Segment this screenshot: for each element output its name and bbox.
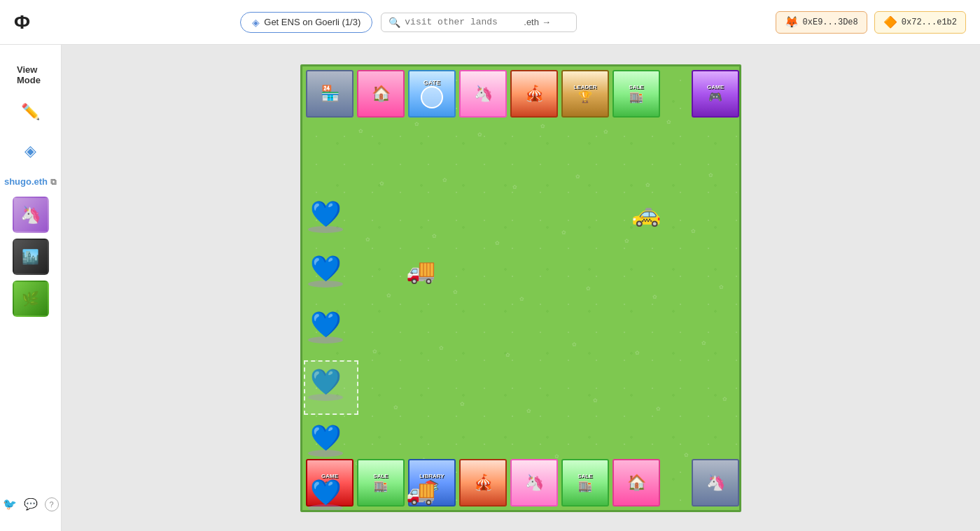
svg-text:✿: ✿ [652, 294, 657, 300]
building-pink-house[interactable]: 🏠 [357, 70, 405, 118]
help-icon[interactable]: ? [45, 497, 59, 511]
svg-text:✿: ✿ [379, 180, 384, 187]
vehicle-truck-2: 🚚 [406, 478, 435, 506]
svg-text:✿: ✿ [358, 128, 363, 134]
thumb-dark[interactable]: 🏙️ [13, 239, 49, 275]
sidebar-bottom: 🐦 💬 ? [0, 489, 67, 520]
heart-deco-1: 💜 [308, 199, 343, 233]
sidebar: View Mode ✏️ ◈ shugo.eth ⧉ 🦄 🏙️ 🌿 🐦 💬 ? [0, 45, 62, 531]
svg-text:✿: ✿ [519, 296, 524, 302]
svg-text:✿: ✿ [386, 292, 391, 299]
eth-suffix: .eth [524, 17, 539, 27]
svg-text:✿: ✿ [722, 396, 727, 402]
search-bar[interactable]: 🔍 .eth → [381, 13, 577, 32]
search-input[interactable] [405, 17, 517, 27]
heart-deco-6: 💜 [308, 478, 343, 511]
vehicle-truck-1: 🚚 [406, 257, 435, 285]
ens-button-label: Get ENS on Goerli (1/3) [264, 17, 360, 27]
wallet2-address: 0x72...e1b2 [902, 17, 957, 27]
svg-text:✿: ✿ [477, 132, 482, 138]
svg-text:✿: ✿ [439, 345, 444, 351]
heart-deco-4: 💜 [308, 367, 343, 401]
header-right: 🦊 0xE9...3De8 🔶 0x72...e1b2 [776, 11, 966, 34]
ens-button-icon: ◈ [252, 17, 260, 28]
arrow-icon: → [542, 17, 551, 27]
svg-text:✿: ✿ [645, 182, 650, 188]
building-unicorn-stand[interactable]: 🦄 [459, 70, 507, 118]
svg-text:✿: ✿ [701, 340, 706, 346]
building-store-leaderboard[interactable]: LEADER 🏆 [561, 70, 609, 118]
building-tent[interactable]: 🎪 [510, 70, 558, 118]
svg-text:✿: ✿ [512, 184, 517, 190]
search-icon: 🔍 [388, 17, 400, 28]
edit-button[interactable]: ✏️ [15, 97, 46, 127]
svg-text:✿: ✿ [603, 129, 608, 135]
heart-deco-2: 💜 [308, 254, 343, 288]
building-game-top[interactable]: GAME 🎮 [692, 70, 739, 118]
get-ens-button[interactable]: ◈ Get ENS on Goerli (1/3) [240, 12, 372, 33]
heart-deco-3: 💜 [308, 310, 343, 344]
building-sale[interactable]: SALE 🏬 [612, 70, 660, 118]
svg-text:✿: ✿ [460, 401, 465, 407]
building-sale-bottom[interactable]: SALE 🏬 [357, 459, 405, 507]
sidebar-thumbnails: 🦄 🏙️ 🌿 [0, 197, 61, 317]
thumb-unicorn[interactable]: 🦄 [13, 197, 49, 233]
building-sale-bottom2[interactable]: SALE 🏬 [561, 459, 609, 507]
header-center: ◈ Get ENS on Goerli (1/3) 🔍 .eth → [240, 12, 577, 33]
svg-text:✿: ✿ [372, 348, 377, 355]
game-grid[interactable]: ✿✿✿ ✿✿✿ ✿✿✿ ✿✿✿ ✿✿✿ ✿✿✿ ✿✿✿ ✿✿✿ ✿✿✿ ✿✿✿ … [300, 64, 741, 512]
svg-text:✿: ✿ [624, 238, 629, 244]
svg-text:✿: ✿ [505, 352, 510, 358]
wallet2-badge[interactable]: 🔶 0x72...e1b2 [874, 11, 966, 34]
svg-text:✿: ✿ [719, 284, 724, 290]
diamond-button[interactable]: ◈ [15, 136, 46, 167]
ens-name-text: shugo.eth [4, 176, 48, 187]
wallet1-badge[interactable]: 🦊 0xE9...3De8 [776, 11, 867, 34]
svg-text:✿: ✿ [365, 236, 370, 243]
svg-text:✿: ✿ [684, 452, 689, 458]
sidebar-top: View Mode [0, 56, 61, 88]
svg-text:✿: ✿ [453, 289, 458, 295]
copy-icon[interactable]: ⧉ [50, 177, 57, 187]
fox-icon: 🦊 [785, 15, 799, 29]
header: Φ ◈ Get ENS on Goerli (1/3) 🔍 .eth → 🦊 0… [0, 0, 980, 45]
building-tent-bottom[interactable]: 🎪 [459, 459, 507, 507]
vehicle-taxi-1: 🚕 [631, 199, 661, 227]
logo[interactable]: Φ [14, 11, 42, 34]
svg-text:✿: ✿ [442, 177, 447, 183]
building-pink-house-bottom[interactable]: 🏠 [612, 459, 660, 507]
svg-text:✿: ✿ [635, 350, 640, 356]
svg-text:✿: ✿ [666, 119, 671, 125]
grass-texture: ✿✿✿ ✿✿✿ ✿✿✿ ✿✿✿ ✿✿✿ ✿✿✿ ✿✿✿ ✿✿✿ ✿✿✿ ✿✿✿ … [302, 66, 739, 510]
svg-text:✿: ✿ [572, 341, 577, 348]
svg-text:✿: ✿ [526, 408, 531, 414]
svg-text:✿: ✿ [561, 229, 566, 236]
discord-icon[interactable]: 💬 [24, 497, 38, 511]
twitter-icon[interactable]: 🐦 [3, 497, 17, 511]
ens-name-label[interactable]: shugo.eth ⧉ [1, 175, 59, 188]
thumb-green[interactable]: 🌿 [13, 281, 49, 317]
building-gate[interactable]: GATE [408, 70, 456, 118]
svg-text:✿: ✿ [540, 123, 545, 129]
eth-icon: 🔶 [883, 15, 897, 29]
svg-text:✿: ✿ [593, 397, 598, 404]
view-mode-label: View Mode [11, 62, 55, 88]
main-layout: View Mode ✏️ ◈ shugo.eth ⧉ 🦄 🏙️ 🌿 🐦 💬 ? [0, 45, 980, 531]
building-unicorn-shop[interactable]: 🏪 [306, 70, 354, 118]
game-content: ✿✿✿ ✿✿✿ ✿✿✿ ✿✿✿ ✿✿✿ ✿✿✿ ✿✿✿ ✿✿✿ ✿✿✿ ✿✿✿ … [62, 45, 980, 531]
building-unicorn-bottom[interactable]: 🦄 [510, 459, 558, 507]
svg-text:✿: ✿ [432, 233, 437, 239]
svg-text:✿: ✿ [393, 404, 398, 411]
header-left: Φ [14, 11, 42, 34]
svg-text:✿: ✿ [414, 121, 419, 127]
heart-deco-5: 💜 [308, 423, 343, 457]
building-unicorn-shop-bottom[interactable]: 🦄 [692, 459, 739, 507]
svg-text:✿: ✿ [495, 240, 500, 246]
svg-text:✿: ✿ [575, 174, 580, 180]
svg-text:✿: ✿ [708, 172, 713, 178]
svg-text:✿: ✿ [656, 406, 661, 412]
vehicle-taxi-2: 🚕 [741, 311, 741, 339]
wallet1-address: 0xE9...3De8 [803, 17, 858, 27]
search-suffix: .eth → [524, 17, 551, 27]
svg-text:✿: ✿ [586, 285, 591, 292]
